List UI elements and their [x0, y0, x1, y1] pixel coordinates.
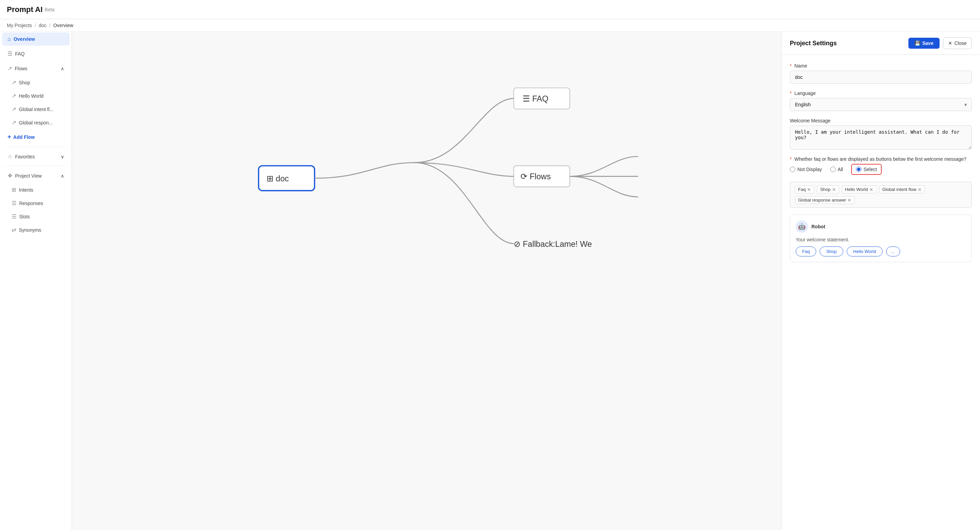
canvas-svg: ⊞ doc ☰ FAQ ⟳ Flows ⊘ Fallback:Lame! We: [72, 32, 781, 530]
radio-not-display[interactable]: Not Display: [790, 167, 822, 172]
favorites-chevron-down-icon: ∨: [60, 154, 64, 160]
close-label: Close: [954, 40, 967, 46]
sidebar-flows-label: Flows: [15, 66, 27, 71]
faq-node-label: ☰ FAQ: [523, 94, 549, 103]
radio-all[interactable]: All: [830, 167, 843, 172]
tag-global-response-answer-remove[interactable]: ✕: [847, 198, 851, 203]
sidebar-favorites-left: ☆ Favorites: [8, 153, 35, 160]
home-icon: ⌂: [8, 36, 11, 42]
sidebar-item-global-response[interactable]: ↗ Global respon...: [2, 116, 70, 129]
welcome-message-group: Welcome Message Hello, I am your intelli…: [790, 118, 972, 150]
sidebar-item-slots[interactable]: ☰ Slots: [2, 210, 70, 223]
breadcrumb-doc[interactable]: doc: [39, 22, 46, 28]
edge-root-branch: [315, 163, 414, 178]
sidebar-overview-label: Overview: [14, 36, 35, 42]
panel-title: Project Settings: [790, 40, 837, 47]
tag-global-intent-flow: Global intent flow ✕: [879, 185, 925, 193]
radio-all-label: All: [838, 167, 843, 172]
sidebar-faq-label: FAQ: [15, 51, 25, 57]
robot-btn-faq[interactable]: Faq: [795, 246, 816, 256]
intents-icon: ⊞: [12, 187, 16, 193]
close-icon: ✕: [948, 40, 952, 46]
sidebar-item-global-intent[interactable]: ↗ Global intent fl...: [2, 103, 70, 115]
sidebar-favorites-section[interactable]: ☆ Favorites ∨: [2, 150, 70, 163]
sidebar-flows-section[interactable]: ↗ Flows ∧: [2, 62, 70, 75]
sidebar-item-hello-world[interactable]: ↗ Hello World: [2, 89, 70, 102]
add-flow-plus-icon: +: [8, 133, 11, 140]
tag-hello-world-remove[interactable]: ✕: [869, 187, 873, 192]
sidebar-global-intent-label: Global intent fl...: [19, 107, 54, 112]
breadcrumb-overview: Overview: [53, 22, 73, 28]
radio-select[interactable]: Select: [851, 164, 881, 175]
radio-not-display-label: Not Display: [797, 167, 822, 172]
sidebar-divider-1: [4, 147, 67, 147]
responses-icon: ☰: [12, 200, 16, 206]
display-question-group: * Whether faq or flows are displayed as …: [790, 156, 972, 175]
faq-icon: ☰: [8, 50, 12, 57]
project-view-icon: ❖: [8, 172, 12, 179]
sidebar-flows-left: ↗ Flows: [8, 65, 27, 72]
tag-global-intent-flow-label: Global intent flow: [882, 187, 916, 192]
robot-btn-more[interactable]: ...: [886, 246, 900, 256]
name-label: * Name: [790, 63, 972, 69]
right-panel: Project Settings 💾 Save ✕ Close * Name: [781, 32, 980, 530]
welcome-message-textarea[interactable]: Hello, I am your intelligent assistant. …: [790, 126, 972, 150]
tag-faq-label: Faq: [798, 187, 806, 192]
save-icon: 💾: [915, 40, 920, 46]
sidebar-item-synonyms[interactable]: ⇄ Synonyms: [2, 223, 70, 236]
radio-group: Not Display All Select: [790, 164, 972, 175]
tags-area[interactable]: Faq ✕ Shop ✕ Hello World ✕ Global intent…: [790, 182, 972, 208]
sidebar-item-responses[interactable]: ☰ Responses: [2, 197, 70, 209]
radio-not-display-input[interactable]: [790, 167, 795, 172]
language-label: * Language: [790, 91, 972, 96]
sidebar-favorites-label: Favorites: [15, 154, 35, 160]
robot-btn-shop[interactable]: Shop: [819, 246, 843, 256]
robot-preview: 🤖 Robot Your welcome statement. Faq Shop…: [790, 215, 972, 262]
radio-select-input[interactable]: [856, 167, 861, 172]
global-response-flow-icon: ↗: [12, 119, 16, 126]
edge-branch-fallback: [414, 163, 514, 243]
robot-btn-hello-world[interactable]: Hello World: [847, 246, 883, 256]
close-button[interactable]: ✕ Close: [943, 37, 972, 49]
sidebar-slots-label: Slots: [19, 214, 30, 219]
language-field-group: * Language English Spanish French German…: [790, 91, 972, 111]
tag-shop: Shop ✕: [817, 185, 839, 193]
sidebar-responses-label: Responses: [19, 201, 43, 206]
save-button[interactable]: 💾 Save: [908, 38, 940, 49]
sidebar-project-view-left: ❖ Project View: [8, 172, 42, 179]
slots-icon: ☰: [12, 213, 16, 220]
name-field-group: * Name: [790, 63, 972, 84]
sidebar-project-view-section[interactable]: ❖ Project View ∧: [2, 169, 70, 182]
tag-faq-remove[interactable]: ✕: [807, 187, 811, 192]
sidebar-item-faq[interactable]: ☰ FAQ: [2, 47, 70, 60]
sidebar-item-intents[interactable]: ⊞ Intents: [2, 184, 70, 196]
name-input[interactable]: [790, 70, 972, 84]
language-select[interactable]: English Spanish French German Chinese: [790, 98, 972, 111]
project-view-chevron-up-icon: ∧: [60, 173, 64, 179]
sidebar-project-view-label: Project View: [15, 173, 42, 179]
sidebar-global-response-label: Global respon...: [19, 120, 53, 126]
language-required-star: *: [790, 91, 792, 96]
tag-hello-world: Hello World ✕: [842, 185, 877, 193]
sidebar-item-shop[interactable]: ↗ Shop: [2, 76, 70, 89]
robot-avatar: 🤖: [795, 220, 808, 233]
display-required-star: *: [790, 156, 792, 162]
app-header: Prompt AI Beta: [0, 0, 980, 19]
sidebar-intents-label: Intents: [19, 187, 33, 193]
robot-name: Robot: [811, 224, 825, 229]
hello-world-flow-icon: ↗: [12, 93, 16, 99]
save-label: Save: [923, 40, 934, 46]
breadcrumb-my-projects[interactable]: My Projects: [7, 22, 32, 28]
edge-branch-faq: [414, 98, 514, 163]
add-flow-button[interactable]: + Add Flow: [2, 130, 70, 144]
tag-shop-remove[interactable]: ✕: [832, 187, 836, 192]
sidebar-item-overview[interactable]: ⌂ Overview: [2, 33, 70, 46]
canvas-area[interactable]: ⊞ doc ☰ FAQ ⟳ Flows ⊘ Fallback:Lame! We: [72, 32, 781, 530]
fallback-node-label: ⊘ Fallback:Lame! We: [514, 239, 592, 249]
robot-buttons: Faq Shop Hello World ...: [795, 246, 966, 256]
radio-all-input[interactable]: [830, 167, 836, 172]
tag-global-intent-flow-remove[interactable]: ✕: [918, 187, 922, 192]
app-beta-label: Beta: [45, 7, 54, 12]
favorites-icon: ☆: [8, 153, 12, 160]
edge-flows-3: [570, 176, 638, 197]
